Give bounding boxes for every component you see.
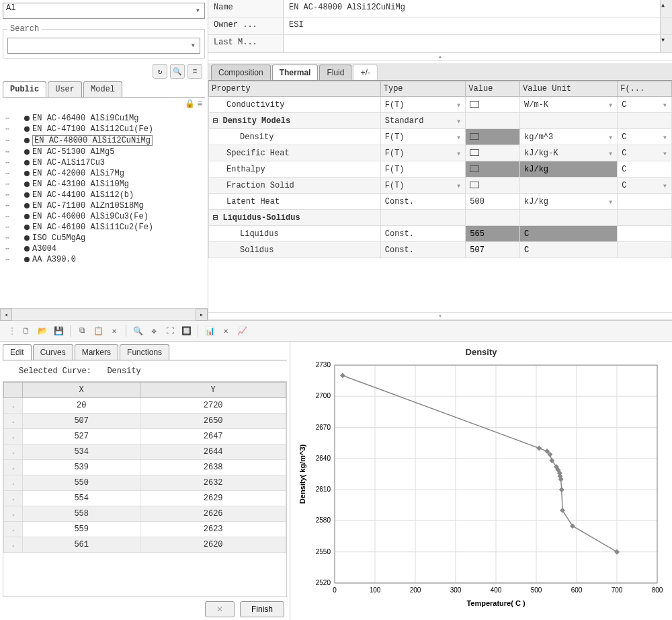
scrollbar[interactable] — [660, 17, 672, 34]
header-value[interactable]: EN AC-48000 AlSi12CuNiMg — [284, 0, 660, 17]
col-x[interactable]: X — [23, 383, 140, 398]
prop-value[interactable] — [466, 97, 520, 113]
cell-x[interactable]: 559 — [23, 522, 140, 537]
tree-item[interactable]: ⋯AA A390.0 — [5, 254, 202, 265]
filter-icon[interactable]: ≣ — [198, 99, 202, 109]
paste-icon[interactable]: 📋 — [92, 325, 104, 337]
prop-unit[interactable]: kJ/kg — [520, 194, 618, 210]
prop-value[interactable] — [466, 145, 520, 161]
prop-value[interactable] — [466, 210, 520, 226]
cell-y[interactable]: 2623 — [140, 522, 286, 537]
row-header[interactable]: . — [4, 429, 23, 444]
prop-type[interactable]: F(T) — [380, 178, 466, 194]
tree-item[interactable]: ⋯EN AC-48000 AlSi12CuNiMg — [5, 134, 202, 147]
col-header[interactable]: F(... — [618, 81, 672, 97]
prop-unit[interactable]: kJ/kg — [520, 161, 618, 178]
col-header[interactable]: Type — [380, 81, 466, 97]
prop-type[interactable]: Const. — [380, 242, 466, 258]
row-header[interactable]: . — [4, 506, 23, 522]
prop-unit[interactable]: W/m-K — [520, 97, 618, 113]
tab-edit[interactable]: Edit — [3, 344, 32, 360]
lock-icon[interactable]: 🔒 — [185, 99, 195, 109]
cell-y[interactable]: 2629 — [140, 491, 286, 506]
cell-y[interactable]: 2647 — [140, 429, 286, 444]
prop-type[interactable]: F(T) — [380, 161, 466, 178]
prop-type[interactable] — [380, 210, 466, 226]
cell-x[interactable]: 558 — [23, 506, 140, 522]
cancel-button[interactable]: ✕ — [205, 601, 235, 617]
tab-fluid[interactable]: Fluid — [319, 65, 351, 80]
save-icon[interactable]: 💾 — [52, 325, 65, 337]
cell-y[interactable]: 2620 — [140, 537, 286, 553]
cell-x[interactable]: 20 — [23, 398, 140, 414]
tree-item[interactable]: ⋯A3004 — [5, 243, 202, 254]
scroll-up-icon[interactable]: ▴ — [660, 0, 672, 17]
prop-funit[interactable]: C — [618, 161, 672, 178]
tab-user[interactable]: User — [48, 81, 82, 97]
tab-plus[interactable]: +/- — [353, 65, 377, 80]
delete-icon[interactable]: ✕ — [108, 325, 120, 337]
cell-x[interactable]: 534 — [23, 444, 140, 460]
axes-icon[interactable]: 📈 — [236, 325, 248, 337]
prop-unit[interactable]: C — [520, 242, 618, 258]
settings-icon[interactable]: ✕ — [220, 325, 232, 337]
col-y[interactable]: Y — [140, 383, 286, 398]
copy-icon[interactable]: ⧉ — [76, 325, 88, 337]
tree-item[interactable]: ⋯EN AC-51300 AlMg5 — [5, 147, 202, 157]
tree-item[interactable]: ⋯EN AC-42000 AlSi7Mg — [5, 168, 202, 179]
prop-unit[interactable] — [520, 113, 618, 129]
prop-funit[interactable]: C — [618, 97, 672, 113]
prop-unit[interactable]: kJ/kg-K — [520, 145, 618, 161]
row-header[interactable]: . — [4, 491, 23, 506]
tree-item[interactable]: ⋯EN AC-71100 AlZn10Si8Mg — [5, 200, 202, 211]
prop-type[interactable]: F(T) — [380, 129, 466, 145]
tab-public[interactable]: Public — [3, 81, 46, 97]
chart-icon[interactable]: 📊 — [204, 325, 216, 337]
material-tree[interactable]: ⋯EN AC-46400 AlSi9Cu1Mg⋯EN AC-47100 AlSi… — [0, 110, 208, 308]
col-header[interactable]: Property — [209, 81, 381, 97]
cell-y[interactable]: 2632 — [140, 475, 286, 491]
hscroll[interactable]: ◂ ▸ — [0, 308, 208, 320]
refresh-icon[interactable]: ↻ — [153, 64, 167, 79]
cell-y[interactable]: 2644 — [140, 444, 286, 460]
header-value[interactable] — [284, 35, 660, 52]
cell-x[interactable]: 539 — [23, 460, 140, 475]
tree-item[interactable]: ⋯ISO Cu5MgAg — [5, 233, 202, 243]
cell-x[interactable]: 527 — [23, 429, 140, 444]
open-icon[interactable]: 📂 — [36, 325, 48, 337]
prop-value[interactable]: 507 — [466, 242, 520, 258]
cell-y[interactable]: 2720 — [140, 398, 286, 414]
tab-functions[interactable]: Functions — [120, 344, 169, 360]
prop-value[interactable] — [466, 113, 520, 129]
prop-unit[interactable]: C — [520, 226, 618, 242]
tab-thermal[interactable]: Thermal — [272, 65, 319, 80]
tab-markers[interactable]: Markers — [75, 344, 118, 360]
move-icon[interactable]: ✥ — [148, 325, 160, 337]
row-header[interactable]: . — [4, 522, 23, 537]
cell-x[interactable]: 561 — [23, 537, 140, 553]
cell-x[interactable]: 554 — [23, 491, 140, 506]
prop-value[interactable] — [466, 129, 520, 145]
prop-funit[interactable] — [618, 194, 672, 210]
tab-model[interactable]: Model — [83, 81, 122, 97]
tree-item[interactable]: ⋯EN AC-47100 AlSi12Cu1(Fe) — [5, 124, 202, 134]
prop-unit[interactable]: kg/m^3 — [520, 129, 618, 145]
prop-funit[interactable]: C — [618, 129, 672, 145]
prop-unit[interactable] — [520, 210, 618, 226]
cell-y[interactable]: 2638 — [140, 460, 286, 475]
scroll-down-icon[interactable]: ▾ — [660, 35, 672, 52]
prop-unit[interactable] — [520, 178, 618, 194]
zoom-icon[interactable]: 🔍 — [132, 325, 144, 337]
row-header[interactable]: . — [4, 537, 23, 553]
scroll-right-icon[interactable]: ▸ — [196, 309, 208, 321]
tree-item[interactable]: ⋯EN AC-44100 AlSi12(b) — [5, 190, 202, 200]
prop-type[interactable]: Const. — [380, 194, 466, 210]
header-value[interactable]: ESI — [284, 17, 660, 34]
prop-value[interactable] — [466, 178, 520, 194]
tree-item[interactable]: ⋯EN AC-43100 AlSi10Mg — [5, 179, 202, 190]
tree-item[interactable]: ⋯EN AC-46000 AlSi9Cu3(Fe) — [5, 211, 202, 222]
tree-item[interactable]: ⋯EN AC-AlSi17Cu3 — [5, 157, 202, 168]
prop-funit[interactable] — [618, 113, 672, 129]
tree-item[interactable]: ⋯EN AC-46100 AlSi11Cu2(Fe) — [5, 222, 202, 233]
prop-type[interactable]: F(T) — [380, 145, 466, 161]
